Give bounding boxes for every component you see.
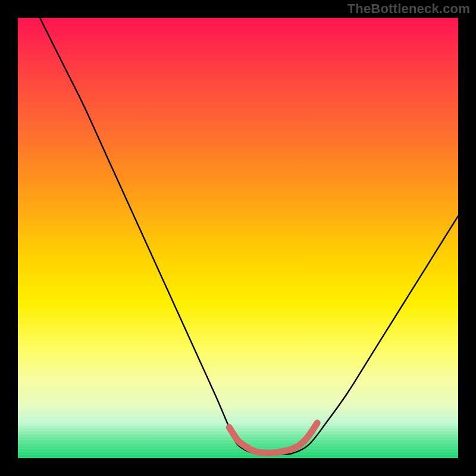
bottleneck-curve-path [40, 18, 458, 455]
watermark-text: TheBottleneck.com [347, 1, 470, 17]
plot-area [18, 18, 458, 458]
curves-svg [18, 18, 458, 458]
chart-frame: TheBottleneck.com [0, 0, 476, 476]
